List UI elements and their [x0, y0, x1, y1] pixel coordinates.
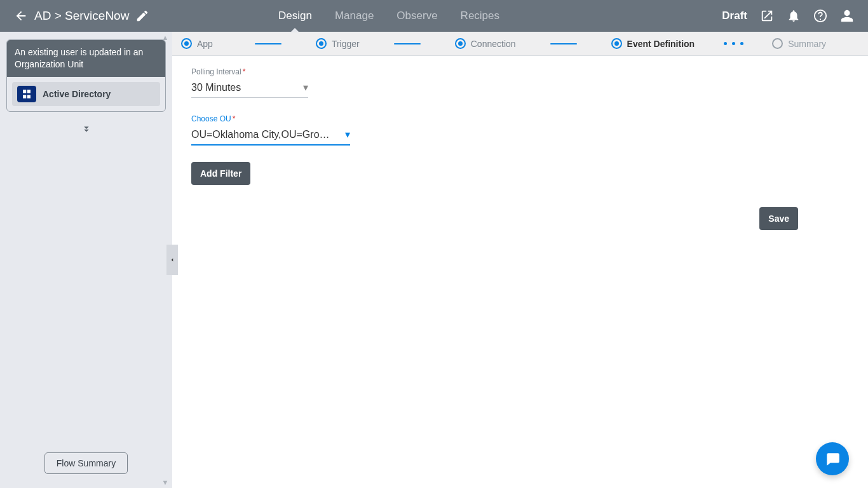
notifications-icon[interactable] [787, 9, 801, 23]
nav-design[interactable]: Design [267, 0, 323, 32]
content-area: App Trigger Connection Event Definition … [172, 32, 868, 488]
polling-interval-select[interactable]: 30 Minutes ▾ [191, 79, 308, 98]
sidebar-expand-toggle[interactable] [0, 123, 172, 135]
active-directory-icon [17, 86, 36, 102]
step-connection[interactable]: Connection [455, 38, 516, 49]
nav-manage[interactable]: Manage [323, 0, 385, 32]
polling-interval-label: Polling Interval* [191, 67, 350, 76]
step-label: Trigger [332, 39, 360, 49]
choose-ou-label: Choose OU* [191, 114, 350, 123]
page-title: AD > ServiceNow [34, 9, 129, 23]
event-definition-form: Polling Interval* 30 Minutes ▾ Choose OU… [172, 56, 868, 196]
selected-app-row[interactable]: Active Directory [12, 82, 160, 106]
trigger-card-title: An existing user is updated in an Organi… [7, 40, 165, 77]
step-trigger[interactable]: Trigger [316, 38, 360, 49]
step-summary[interactable]: Summary [772, 38, 826, 49]
step-label: Connection [471, 39, 516, 49]
step-event-definition[interactable]: Event Definition [611, 38, 695, 49]
nav-recipes[interactable]: Recipes [449, 0, 511, 32]
nav-observe[interactable]: Observe [385, 0, 449, 32]
open-external-icon[interactable] [760, 9, 774, 23]
header-right: Draft [722, 9, 868, 23]
polling-interval-value: 30 Minutes [191, 82, 241, 93]
polling-interval-field: Polling Interval* 30 Minutes ▾ [191, 67, 350, 98]
profile-icon[interactable] [840, 9, 854, 23]
step-connector [550, 43, 577, 44]
step-app[interactable]: App [181, 38, 213, 49]
sidebar-collapse-handle[interactable] [166, 245, 178, 275]
choose-ou-select[interactable]: OU=Oklahoma City,OU=Groups,DC=… ▾ [191, 126, 350, 146]
flow-summary-button[interactable]: Flow Summary [44, 452, 128, 474]
primary-nav: Design Manage Observe Recipes [267, 0, 511, 32]
header-left: AD > ServiceNow [0, 9, 191, 23]
sidebar: ▲ ▼ An existing user is updated in an Or… [0, 32, 172, 488]
back-button[interactable] [14, 9, 28, 23]
sidebar-scroll-up[interactable]: ▲ [160, 34, 170, 41]
step-label: App [197, 39, 213, 49]
step-label: Event Definition [627, 39, 695, 49]
stepper: App Trigger Connection Event Definition … [172, 32, 868, 56]
chat-fab[interactable] [816, 442, 849, 475]
choose-ou-value: OU=Oklahoma City,OU=Groups,DC=… [191, 129, 332, 140]
save-button[interactable]: Save [759, 207, 798, 230]
choose-ou-field: Choose OU* OU=Oklahoma City,OU=Groups,DC… [191, 114, 350, 146]
trigger-card[interactable]: An existing user is updated in an Organi… [6, 39, 166, 112]
chevron-down-icon: ▾ [345, 128, 350, 140]
step-connector [394, 43, 421, 44]
step-connector [255, 43, 281, 44]
help-icon[interactable] [813, 9, 827, 23]
flow-status: Draft [722, 10, 747, 22]
selected-app-name: Active Directory [43, 89, 111, 99]
step-connector-dots [720, 43, 747, 44]
step-label: Summary [788, 39, 826, 49]
app-header: AD > ServiceNow Design Manage Observe Re… [0, 0, 868, 32]
chevron-down-icon: ▾ [303, 81, 308, 93]
add-filter-button[interactable]: Add Filter [191, 162, 250, 185]
sidebar-scroll-down[interactable]: ▼ [160, 478, 170, 486]
edit-title-button[interactable] [135, 9, 149, 23]
